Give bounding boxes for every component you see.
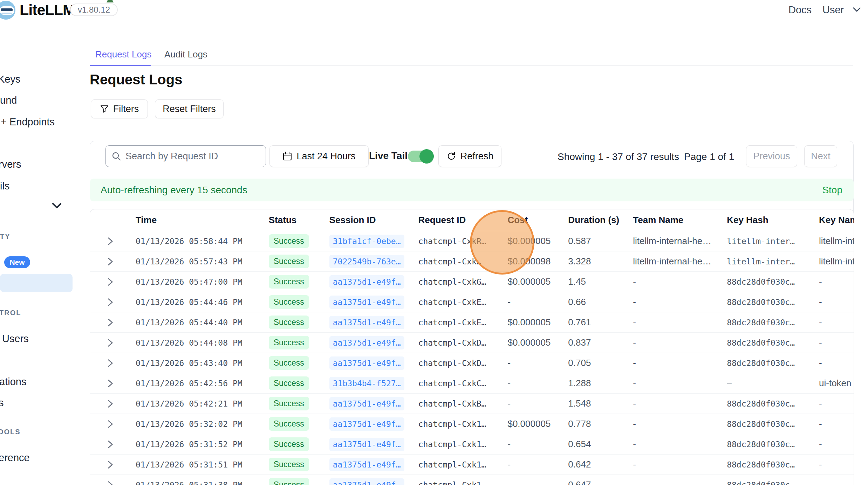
sidebar-item-users[interactable]: Users xyxy=(2,333,29,345)
session-id-link[interactable]: aa1375d1-e49f… xyxy=(329,417,404,431)
app-root: LiteLLM v1.80.12 Docs User Keys und + En… xyxy=(0,0,868,485)
search-box xyxy=(105,145,266,167)
request-id-cell: chatcmpl-CxkC… xyxy=(418,379,486,388)
session-id-link[interactable]: 31b3b4b4-f527… xyxy=(329,377,404,390)
duration-cell: 0.778 xyxy=(568,418,591,429)
refresh-button[interactable]: Refresh xyxy=(438,145,501,167)
live-tail-toggle[interactable] xyxy=(408,151,433,162)
key-hash-cell: 88dc28d0f030c… xyxy=(727,480,795,485)
table-row[interactable]: 01/13/2026 05:32:02 PMSuccessaa1375d1-e4… xyxy=(90,414,854,434)
request-id-cell: chatcmpl-CxkE… xyxy=(418,298,486,307)
session-id-link[interactable]: aa1375d1-e49f… xyxy=(329,478,404,485)
session-id-link[interactable]: aa1375d1-e49f… xyxy=(329,275,404,289)
expand-row-icon[interactable] xyxy=(107,440,114,449)
sidebar-item-servers[interactable]: rvers xyxy=(0,158,21,170)
session-id-link[interactable]: aa1375d1-e49f… xyxy=(329,438,404,451)
sidebar-item-inference[interactable]: erence xyxy=(0,452,30,464)
expand-row-icon[interactable] xyxy=(107,379,114,388)
sidebar-item-teams[interactable]: s xyxy=(0,397,4,409)
team-name-cell: - xyxy=(633,297,636,307)
expand-row-icon[interactable] xyxy=(107,359,114,367)
expand-cell xyxy=(90,353,136,373)
duration-cell: 0.705 xyxy=(568,358,591,368)
session-id-link[interactable]: aa1375d1-e49f… xyxy=(329,316,404,329)
expand-row-icon[interactable] xyxy=(107,298,114,306)
sidebar-chevron-down-icon[interactable] xyxy=(51,202,62,210)
expand-row-icon[interactable] xyxy=(107,481,114,485)
session-id-link[interactable]: aa1375d1-e49f… xyxy=(329,296,404,309)
table-row[interactable]: 01/13/2026 05:43:40 PMSuccessaa1375d1-e4… xyxy=(90,353,854,373)
status-badge: Success xyxy=(269,356,309,370)
team-name-cell: - xyxy=(633,378,636,389)
stop-auto-refresh-button[interactable]: Stop xyxy=(822,185,842,196)
request-id-cell: chatcmpl-CxkR… xyxy=(418,237,486,246)
active-tab-underline xyxy=(90,65,151,66)
tab-audit-logs[interactable]: Audit Logs xyxy=(164,49,207,60)
expand-row-icon[interactable] xyxy=(107,237,114,245)
session-id-link[interactable]: 7022549b-763e… xyxy=(329,255,404,268)
next-page-button[interactable]: Next xyxy=(804,145,837,167)
filters-button[interactable]: Filters xyxy=(91,99,148,118)
sidebar-item-organizations[interactable]: ations xyxy=(0,376,26,388)
table-row[interactable]: 01/13/2026 05:42:21 PMSuccessaa1375d1-e4… xyxy=(90,394,854,414)
table-row[interactable]: 01/13/2026 05:44:40 PMSuccessaa1375d1-e4… xyxy=(90,312,854,333)
sidebar-item-logs-selected[interactable] xyxy=(0,274,73,292)
session-id-link[interactable]: aa1375d1-e49f… xyxy=(329,458,404,471)
reset-filters-button[interactable]: Reset Filters xyxy=(155,99,224,118)
time-cell: 01/13/2026 05:58:44 PM xyxy=(136,237,242,246)
previous-page-button[interactable]: Previous xyxy=(746,145,797,167)
table-row[interactable]: 01/13/2026 05:44:08 PMSuccessaa1375d1-e4… xyxy=(90,333,854,353)
expand-row-icon[interactable] xyxy=(107,278,114,286)
cost-cell: - xyxy=(507,439,511,450)
sidebar-item-guardrails[interactable]: ils xyxy=(0,180,9,192)
expand-row-icon[interactable] xyxy=(107,420,114,428)
column-header: Request ID xyxy=(418,209,508,231)
expand-row-icon[interactable] xyxy=(107,318,114,327)
filters-button-label: Filters xyxy=(113,104,139,115)
column-header: Key Hash xyxy=(727,209,819,231)
status-badge: Success xyxy=(269,458,309,471)
expand-cell xyxy=(90,333,136,353)
request-id-cell: chatcmpl-CxkB… xyxy=(418,399,486,408)
session-id-link[interactable]: aa1375d1-e49f… xyxy=(329,336,404,349)
session-id-link[interactable]: 31bfa1cf-0ebe… xyxy=(329,235,404,248)
table-row[interactable]: 01/13/2026 05:47:00 PMSuccessaa1375d1-e4… xyxy=(90,272,854,292)
time-cell: 01/13/2026 05:47:00 PM xyxy=(136,277,242,286)
time-cell: 01/13/2026 05:31:51 PM xyxy=(136,460,242,469)
litellm-logo-icon xyxy=(0,1,15,20)
tab-request-logs[interactable]: Request Logs xyxy=(95,49,151,60)
sidebar-item-endpoints[interactable]: + Endpoints xyxy=(1,116,55,128)
expand-row-icon[interactable] xyxy=(107,339,114,347)
cost-cell: $0.000005 xyxy=(507,276,551,287)
table-row[interactable]: 01/13/2026 05:31:38 PMSuccessaa1375d1-e4… xyxy=(90,475,854,485)
session-id-link[interactable]: aa1375d1-e49f… xyxy=(329,356,404,370)
table-row[interactable]: 01/13/2026 05:44:46 PMSuccessaa1375d1-e4… xyxy=(90,292,854,312)
sidebar-item-keys[interactable]: Keys xyxy=(0,73,20,85)
time-cell: 01/13/2026 05:44:08 PM xyxy=(136,338,242,347)
status-badge: Success xyxy=(269,234,309,248)
expand-row-icon[interactable] xyxy=(107,400,114,408)
toggle-knob xyxy=(419,149,434,164)
key-hash-cell: 88dc28d0f030c… xyxy=(727,460,795,469)
time-range-button[interactable]: Last 24 Hours xyxy=(269,145,369,167)
table-row[interactable]: 01/13/2026 05:42:56 PMSuccess31b3b4b4-f5… xyxy=(90,373,854,394)
table-row[interactable]: 01/13/2026 05:57:43 PMSuccess7022549b-76… xyxy=(90,251,854,272)
session-id-link[interactable]: aa1375d1-e49f… xyxy=(329,397,404,410)
team-name-cell: - xyxy=(633,317,636,328)
cost-cell: - xyxy=(507,479,511,485)
expand-row-icon[interactable] xyxy=(107,257,114,266)
user-menu[interactable]: User xyxy=(822,0,844,20)
table-row[interactable]: 01/13/2026 05:31:52 PMSuccessaa1375d1-e4… xyxy=(90,434,854,455)
sidebar-section-header: TY xyxy=(0,232,11,241)
table-row[interactable]: 01/13/2026 05:31:51 PMSuccessaa1375d1-e4… xyxy=(90,455,854,475)
request-id-cell: chatcmpl-CxkE… xyxy=(418,318,486,327)
filter-funnel-icon xyxy=(100,104,109,113)
time-cell: 01/13/2026 05:32:02 PM xyxy=(136,420,242,429)
expand-row-icon[interactable] xyxy=(107,460,114,469)
docs-link[interactable]: Docs xyxy=(788,0,812,20)
duration-cell: 1.45 xyxy=(568,276,586,287)
table-row[interactable]: 01/13/2026 05:58:44 PMSuccess31bfa1cf-0e… xyxy=(90,231,854,251)
cost-cell: $0.000005 xyxy=(507,236,551,247)
search-input[interactable] xyxy=(125,151,260,162)
sidebar-item-playground[interactable]: und xyxy=(0,94,17,106)
